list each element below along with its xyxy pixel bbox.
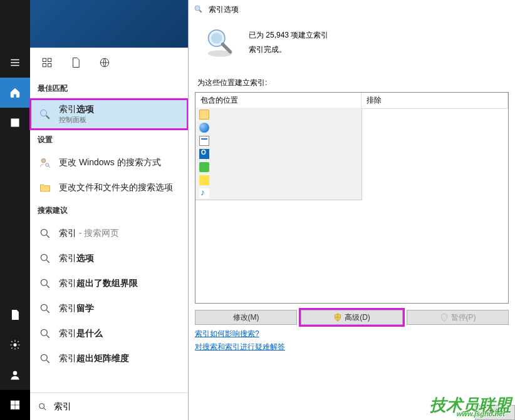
indexing-options-dialog: 索引选项 已为 25,943 项建立索引 索引完成。 为这些位置建立索引: 包含…	[188, 0, 515, 420]
filter-apps-icon[interactable]	[41, 57, 53, 70]
taskbar-home[interactable]	[0, 78, 30, 108]
best-match-header: 最佳匹配	[30, 78, 188, 99]
shield-icon	[440, 313, 449, 322]
search-icon	[38, 351, 53, 366]
location-row[interactable]	[195, 187, 362, 200]
svg-point-15	[46, 163, 49, 166]
svg-point-20	[41, 329, 47, 335]
svg-rect-10	[43, 63, 46, 66]
settings-header: 设置	[30, 130, 188, 150]
best-match-result[interactable]: 索引选项 控制面板	[30, 99, 188, 130]
col-include[interactable]: 包含的位置	[195, 93, 362, 108]
search-icon	[38, 301, 53, 316]
close-button[interactable]: 关闭	[475, 405, 515, 420]
search-icon	[38, 276, 53, 291]
locations-header: 包含的位置 排除	[195, 93, 508, 109]
svg-rect-4	[11, 401, 14, 404]
outlook-icon	[199, 149, 209, 159]
search-input[interactable]	[54, 402, 180, 412]
link-troubleshoot[interactable]: 对搜索和索引进行疑难解答	[195, 342, 509, 352]
ie-icon	[199, 123, 209, 133]
suggestion-item[interactable]: 索引 - 搜索网页	[30, 221, 188, 246]
app-icon	[199, 175, 209, 185]
svg-point-23	[195, 6, 200, 11]
suggestion-item[interactable]: 索引选项	[30, 246, 188, 271]
suggestion-item[interactable]: 索引超出矩阵维度	[30, 346, 188, 371]
svg-rect-9	[48, 58, 51, 61]
svg-point-18	[41, 279, 47, 285]
svg-rect-6	[11, 406, 14, 409]
svg-point-19	[41, 304, 47, 310]
taskbar	[0, 0, 30, 420]
suggestion-label: 索引选项	[59, 253, 94, 264]
svg-rect-1	[13, 121, 18, 125]
taskbar-docs[interactable]	[0, 300, 30, 330]
desktop-background	[30, 0, 188, 48]
onenote-icon	[199, 136, 209, 146]
settings-item-label: 更改 Windows 的搜索方式	[59, 157, 161, 168]
svg-point-22	[39, 403, 44, 408]
svg-point-17	[41, 254, 47, 260]
link-how-affects-search[interactable]: 索引如何影响搜索?	[195, 329, 509, 339]
magnifier-icon	[38, 107, 53, 122]
suggestion-item[interactable]: 索引留学	[30, 296, 188, 321]
settings-item-label: 更改文件和文件夹的搜索选项	[59, 182, 173, 193]
svg-point-3	[13, 371, 17, 375]
suggestion-label: 索引留学	[59, 303, 94, 314]
search-box[interactable]	[30, 392, 188, 420]
filter-web-icon[interactable]	[99, 57, 110, 70]
filter-documents-icon[interactable]	[70, 57, 81, 70]
taskbar-timeline[interactable]	[0, 108, 30, 138]
shield-icon	[333, 313, 342, 322]
locations-listbox[interactable]: 包含的位置 排除	[195, 92, 509, 304]
index-complete-text: 索引完成。	[249, 43, 328, 57]
suggestion-label: 索引是什么	[59, 328, 103, 339]
svg-point-14	[41, 158, 46, 163]
location-row[interactable]	[195, 108, 362, 121]
folder-search-icon	[38, 180, 53, 195]
location-row[interactable]	[195, 121, 362, 134]
best-match-title: 索引选项	[59, 104, 94, 115]
app-icon	[199, 162, 209, 172]
user-search-icon	[38, 155, 53, 170]
location-row[interactable]	[195, 134, 362, 147]
folder-icon	[199, 110, 209, 120]
locations-label: 为这些位置建立索引:	[197, 78, 509, 88]
location-row[interactable]	[195, 147, 362, 160]
advanced-button[interactable]: 高级(D)	[301, 310, 403, 325]
search-icon	[38, 326, 53, 341]
suggestion-item[interactable]: 索引超出了数组界限	[30, 271, 188, 296]
svg-rect-8	[43, 58, 46, 61]
col-exclude[interactable]: 排除	[362, 93, 508, 108]
taskbar-menu[interactable]	[0, 48, 30, 78]
suggestion-label: 索引超出矩阵维度	[59, 353, 129, 364]
location-row[interactable]	[195, 173, 362, 187]
dialog-titlebar[interactable]: 索引选项	[189, 0, 515, 19]
svg-point-26	[211, 33, 222, 44]
svg-point-13	[41, 110, 47, 116]
search-icon	[38, 402, 48, 412]
pause-button: 暂停(P)	[407, 310, 509, 325]
settings-item-search-method[interactable]: 更改 Windows 的搜索方式	[30, 150, 188, 175]
location-row[interactable]	[195, 160, 362, 173]
taskbar-user[interactable]	[0, 360, 30, 390]
svg-point-21	[41, 354, 47, 361]
svg-point-16	[41, 229, 47, 235]
svg-rect-11	[48, 63, 51, 66]
search-icon	[38, 226, 53, 241]
taskbar-start[interactable]	[0, 390, 30, 420]
search-panel: 最佳匹配 索引选项 控制面板 设置 更改 Windows 的搜索方式 更改文件和…	[30, 48, 188, 420]
taskbar-settings[interactable]	[0, 330, 30, 360]
search-filter-toolbar	[30, 48, 188, 78]
search-icon	[38, 251, 53, 266]
modify-button[interactable]: 修改(M)	[195, 310, 297, 325]
suggestions-header: 搜索建议	[30, 200, 188, 221]
svg-point-2	[14, 344, 17, 347]
svg-rect-5	[16, 401, 19, 404]
locations-list	[195, 108, 362, 200]
suggestion-item[interactable]: 索引是什么	[30, 321, 188, 346]
settings-item-folder-search[interactable]: 更改文件和文件夹的搜索选项	[30, 175, 188, 200]
svg-rect-7	[16, 406, 19, 409]
index-status-icon	[202, 25, 237, 60]
music-icon	[199, 188, 209, 198]
